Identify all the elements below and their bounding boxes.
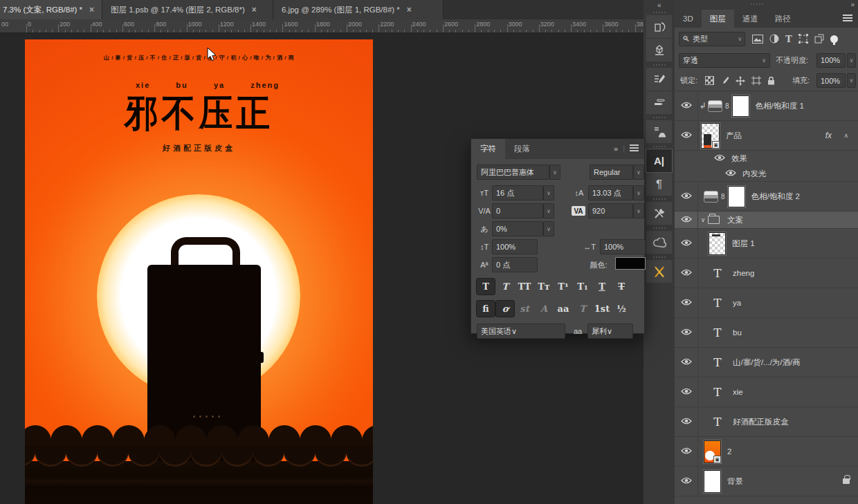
filter-adjustment-icon[interactable] <box>769 34 779 44</box>
contextual-alternates-button[interactable]: ơ <box>496 301 514 317</box>
layer-mask-thumbnail[interactable] <box>728 186 745 207</box>
layer-row[interactable]: ▣2 <box>675 437 858 467</box>
tab-layers[interactable]: 图层 <box>702 10 734 28</box>
blend-mode-select[interactable]: 穿透 <box>679 53 770 68</box>
poster-document[interactable]: 山 / 寨 / 货 / 压 / 不 / 住 / 正 / 版 / 货 / 坚 / … <box>25 39 373 504</box>
opacity-dropdown[interactable] <box>847 53 856 68</box>
collapse-panel-icon[interactable]: » <box>614 144 618 153</box>
layer-thumbnail[interactable] <box>704 470 721 493</box>
horizontal-scale-input[interactable]: 100% <box>600 239 646 254</box>
faux-bold-button[interactable]: T <box>477 279 495 295</box>
text-color-swatch[interactable] <box>615 257 646 270</box>
ligatures-button[interactable]: fi <box>477 301 495 317</box>
stylistic-alternates-button[interactable]: aa <box>554 301 572 317</box>
character-panel-icon[interactable]: A| <box>646 149 672 172</box>
layer-row[interactable]: Tbu <box>675 318 858 348</box>
layer-visibility-toggle[interactable] <box>675 91 698 120</box>
chevron-down-icon[interactable] <box>633 165 644 180</box>
adjustment-layer-icon[interactable] <box>704 191 718 203</box>
layer-row[interactable]: T山/寨/货/.../为/酒/商 <box>675 348 858 377</box>
layer-visibility-toggle[interactable] <box>675 121 698 150</box>
horizontal-ruler[interactable]: 0002004006008001000120014001600180020002… <box>0 19 644 33</box>
brush-settings-icon[interactable] <box>646 68 672 91</box>
layer-thumbnail[interactable] <box>709 232 726 255</box>
document-tab[interactable]: 6.jpg @ 289% (图层 1, RGB/8#) * × <box>273 0 444 19</box>
layer-visibility-toggle[interactable] <box>675 259 698 288</box>
font-family-select[interactable]: 阿里巴巴普惠体 <box>477 165 549 180</box>
brushes-icon[interactable] <box>646 91 672 114</box>
tab-paths[interactable]: 路径 <box>767 10 799 28</box>
layer-row[interactable]: Txie <box>675 377 858 407</box>
document-tab[interactable]: 7.3% (文案, RGB/8#) * × <box>0 0 102 19</box>
leading-input[interactable]: 13.03 点 <box>588 185 633 200</box>
chevron-down-icon[interactable] <box>633 203 644 218</box>
fill-dropdown[interactable] <box>847 73 856 88</box>
layer-visibility-toggle[interactable] <box>675 467 698 496</box>
drag-grip[interactable] <box>646 62 672 68</box>
faux-italic-button[interactable]: T <box>496 279 514 295</box>
layer-thumbnail[interactable]: ▣ <box>704 440 721 463</box>
lock-pixels-icon[interactable] <box>720 76 729 85</box>
layer-filter-select[interactable]: 🔍︎ 类型 <box>679 32 745 46</box>
font-size-input[interactable]: 16 点 <box>492 185 543 200</box>
small-caps-button[interactable]: Tᴛ <box>535 279 553 295</box>
creative-cloud-icon[interactable] <box>646 231 672 254</box>
fractions-button[interactable]: ½ <box>612 301 630 317</box>
drag-grip[interactable] <box>751 3 763 5</box>
lock-all-icon[interactable] <box>767 76 775 85</box>
paragraph-panel-icon[interactable]: ¶ <box>646 173 672 196</box>
eye-icon[interactable] <box>725 169 736 178</box>
layer-visibility-toggle[interactable] <box>675 229 698 258</box>
effects-header-row[interactable]: 效果 <box>675 151 858 166</box>
filter-toggle[interactable] <box>830 35 838 43</box>
chevron-down-icon[interactable] <box>543 203 554 218</box>
layer-visibility-toggle[interactable] <box>675 437 698 466</box>
adjustment-layer-icon[interactable] <box>708 100 722 112</box>
history-icon[interactable] <box>646 15 672 38</box>
lock-transparency-icon[interactable] <box>705 76 714 85</box>
chevron-down-icon[interactable] <box>543 221 554 236</box>
opacity-input[interactable]: 100% <box>816 53 846 68</box>
layer-visibility-toggle[interactable] <box>675 288 698 317</box>
clone-source-icon[interactable] <box>646 120 672 143</box>
tsume-input[interactable]: 0% <box>492 221 543 236</box>
tab-paragraph[interactable]: 段落 <box>505 139 539 159</box>
layer-row[interactable]: 图层 1 <box>675 229 858 259</box>
all-caps-button[interactable]: TT <box>515 279 533 295</box>
lock-artboard-icon[interactable] <box>751 76 761 85</box>
drag-grip[interactable] <box>646 115 672 120</box>
layer-visibility-toggle[interactable] <box>675 377 698 407</box>
chevron-down-icon[interactable] <box>543 185 554 200</box>
layer-row[interactable]: 背景 <box>675 467 858 496</box>
drag-grip[interactable] <box>646 144 672 149</box>
layer-visibility-toggle[interactable] <box>675 407 698 436</box>
tracking-input[interactable]: 920 <box>588 203 633 218</box>
font-style-select[interactable]: Regular <box>590 165 633 180</box>
close-icon[interactable]: × <box>250 5 258 15</box>
expand-dock-icon[interactable]: » <box>850 1 854 8</box>
anti-alias-select[interactable]: 犀利 <box>587 324 633 339</box>
drag-grip[interactable] <box>646 10 672 15</box>
tab-3d[interactable]: 3D <box>675 10 702 28</box>
drag-grip[interactable] <box>646 254 672 260</box>
chevron-down-icon[interactable] <box>549 165 560 180</box>
tab-character[interactable]: 字符 <box>471 139 505 159</box>
ordinals-button[interactable]: 1st <box>593 301 611 317</box>
layer-thumbnail[interactable]: ▣ <box>701 123 720 149</box>
strikethrough-button[interactable]: T <box>612 279 630 295</box>
effect-row[interactable]: 内发光 <box>675 166 858 181</box>
titling-alternates-button[interactable]: T <box>574 301 592 317</box>
document-tab[interactable]: 图层 1.psb @ 17.4% (图层 2, RGB/8*) × <box>102 0 273 19</box>
layer-visibility-toggle[interactable] <box>675 182 698 211</box>
filter-type-icon[interactable]: T <box>785 34 792 44</box>
discretionary-ligatures-button[interactable]: st <box>515 301 533 317</box>
subscript-button[interactable]: T₁ <box>574 279 592 295</box>
kerning-input[interactable]: 0 <box>492 203 543 218</box>
tab-channels[interactable]: 通道 <box>734 10 767 28</box>
layer-visibility-toggle[interactable] <box>675 318 698 347</box>
layer-mask-thumbnail[interactable] <box>732 95 749 117</box>
fx-badge[interactable]: fx <box>825 131 832 140</box>
panel-menu-icon[interactable] <box>843 15 852 23</box>
layer-row[interactable]: T好酒配正版皮盒 <box>675 407 858 437</box>
collapse-dock-icon[interactable]: « <box>657 1 661 9</box>
